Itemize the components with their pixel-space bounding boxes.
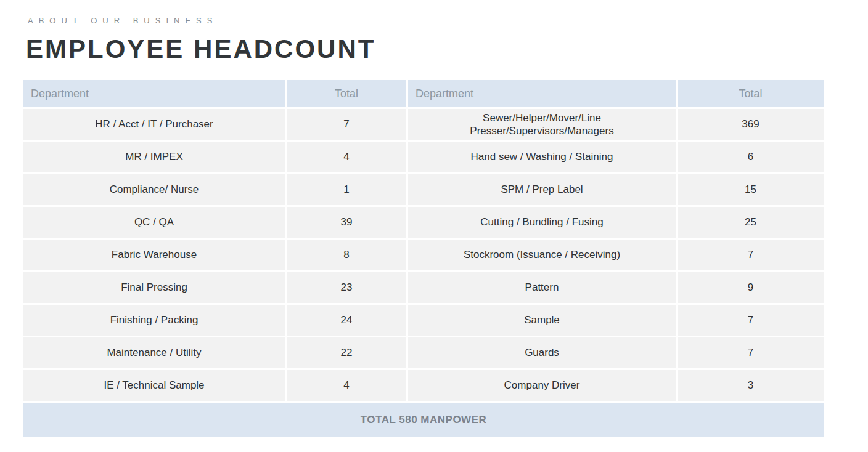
department-cell: Stockroom (Issuance / Receiving) bbox=[408, 240, 676, 270]
department-cell: Final Pressing bbox=[23, 272, 285, 303]
total-cell: 22 bbox=[287, 337, 406, 368]
table-row: Fabric Warehouse 8 Stockroom (Issuance /… bbox=[23, 240, 824, 270]
total-cell: 4 bbox=[287, 370, 406, 401]
department-cell: SPM / Prep Label bbox=[408, 174, 676, 205]
department-cell: QC / QA bbox=[23, 207, 285, 238]
department-cell: Finishing / Packing bbox=[23, 305, 285, 336]
department-cell: IE / Technical Sample bbox=[23, 370, 285, 401]
table-row: QC / QA 39 Cutting / Bundling / Fusing 2… bbox=[23, 207, 824, 238]
total-cell: 9 bbox=[678, 272, 824, 303]
table-header-row: Department Total Department Total bbox=[23, 80, 824, 107]
department-cell: HR / Acct / IT / Purchaser bbox=[23, 109, 285, 140]
department-cell: Pattern bbox=[408, 272, 676, 303]
slide: ABOUT OUR BUSINESS EMPLOYEE HEADCOUNT De… bbox=[0, 0, 868, 452]
table-footer-row: TOTAL 580 MANPOWER bbox=[23, 403, 824, 437]
department-cell: Fabric Warehouse bbox=[23, 240, 285, 270]
header-department-right: Department bbox=[408, 80, 676, 107]
table-row: Finishing / Packing 24 Sample 7 bbox=[23, 305, 824, 336]
department-cell: Hand sew / Washing / Staining bbox=[408, 142, 676, 172]
total-cell: 8 bbox=[287, 240, 406, 270]
total-cell: 7 bbox=[678, 240, 824, 270]
total-cell: 369 bbox=[678, 109, 824, 140]
page-title: EMPLOYEE HEADCOUNT bbox=[26, 34, 375, 64]
header-department-left: Department bbox=[23, 80, 285, 107]
table-row: MR / IMPEX 4 Hand sew / Washing / Staini… bbox=[23, 142, 824, 172]
department-cell: Guards bbox=[408, 337, 676, 368]
department-cell: Maintenance / Utility bbox=[23, 337, 285, 368]
table-row: HR / Acct / IT / Purchaser 7 Sewer/Helpe… bbox=[23, 109, 824, 140]
department-cell: Company Driver bbox=[408, 370, 676, 401]
total-cell: 25 bbox=[678, 207, 824, 238]
department-cell: Sewer/Helper/Mover/Line Presser/Supervis… bbox=[408, 109, 676, 140]
department-cell: Cutting / Bundling / Fusing bbox=[408, 207, 676, 238]
total-cell: 24 bbox=[287, 305, 406, 336]
total-cell: 4 bbox=[287, 142, 406, 172]
header-total-right: Total bbox=[678, 80, 824, 107]
total-cell: 3 bbox=[678, 370, 824, 401]
total-cell: 7 bbox=[678, 337, 824, 368]
header-total-left: Total bbox=[287, 80, 406, 107]
headcount-table: Department Total Department Total HR / A… bbox=[22, 78, 825, 438]
department-cell: Sample bbox=[408, 305, 676, 336]
grand-total-label: TOTAL 580 MANPOWER bbox=[23, 403, 824, 437]
total-cell: 1 bbox=[287, 174, 406, 205]
table-row: Compliance/ Nurse 1 SPM / Prep Label 15 bbox=[23, 174, 824, 205]
table-row: Final Pressing 23 Pattern 9 bbox=[23, 272, 824, 303]
total-cell: 39 bbox=[287, 207, 406, 238]
department-cell: MR / IMPEX bbox=[23, 142, 285, 172]
total-cell: 7 bbox=[678, 305, 824, 336]
table-row: Maintenance / Utility 22 Guards 7 bbox=[23, 337, 824, 368]
table-row: IE / Technical Sample 4 Company Driver 3 bbox=[23, 370, 824, 401]
eyebrow-label: ABOUT OUR BUSINESS bbox=[28, 16, 218, 25]
total-cell: 15 bbox=[678, 174, 824, 205]
total-cell: 7 bbox=[287, 109, 406, 140]
total-cell: 23 bbox=[287, 272, 406, 303]
total-cell: 6 bbox=[678, 142, 824, 172]
department-cell: Compliance/ Nurse bbox=[23, 174, 285, 205]
